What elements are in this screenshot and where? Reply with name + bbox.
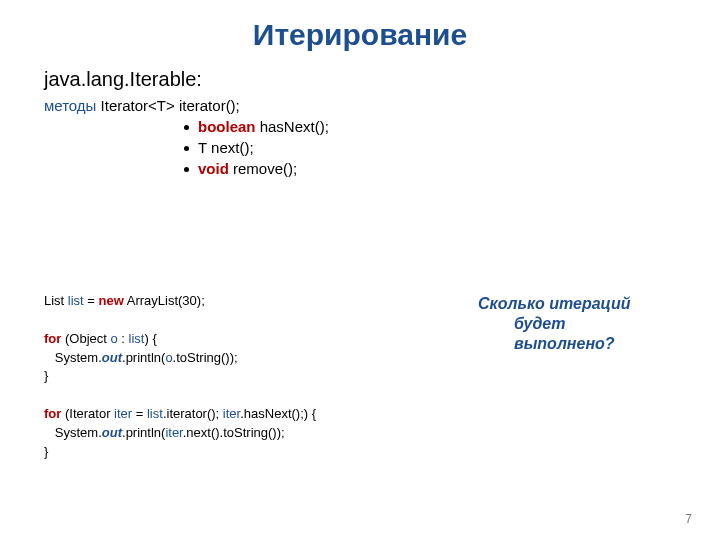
slide-title: Итерирование [0, 18, 720, 52]
question-line-1: Сколько итераций [478, 294, 678, 314]
bullet-text: hasNext(); [256, 118, 329, 135]
question-line-2: будет [478, 314, 678, 334]
page-number: 7 [685, 512, 692, 526]
method-bullets: boolean hasNext(); T next(); void remove… [184, 118, 604, 177]
methods-prefix: методы [44, 97, 96, 114]
code-block: List list = new ArrayList(30); for (Obje… [44, 292, 424, 462]
bullet-kw: void [198, 160, 229, 177]
question-callout: Сколько итераций будет выполнено? [478, 294, 678, 354]
bullet-text: remove(); [229, 160, 297, 177]
question-line-3: выполнено? [478, 334, 678, 354]
methods-line: методы Iterator<T> iterator(); [44, 97, 604, 114]
bullet-text: T next(); [198, 139, 254, 156]
interface-block: java.lang.Iterable: методы Iterator<T> i… [44, 68, 604, 181]
bullet-hasnext: boolean hasNext(); [184, 118, 604, 135]
interface-name: java.lang.Iterable: [44, 68, 604, 91]
bullet-next: T next(); [184, 139, 604, 156]
methods-sig: Iterator<T> iterator(); [96, 97, 239, 114]
slide: Итерирование java.lang.Iterable: методы … [0, 0, 720, 540]
bullet-kw: boolean [198, 118, 256, 135]
bullet-remove: void remove(); [184, 160, 604, 177]
